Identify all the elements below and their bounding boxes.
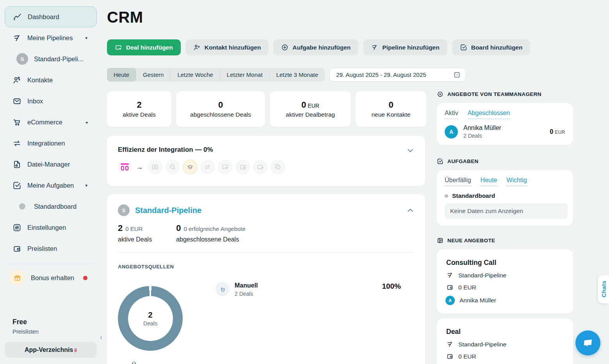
sidebar-item-datei-manager[interactable]: Datei-Manager	[5, 154, 97, 175]
date-preset-tabs: Heute Gestern Letzte Woche Letzter Monat…	[107, 68, 325, 82]
sidebar-divider	[6, 264, 95, 264]
offer-owner-row: A Annika Müller	[446, 296, 564, 305]
tab-aktiv[interactable]: Aktiv	[445, 110, 458, 119]
tab-ueberfaellig[interactable]: Überfällig	[445, 177, 471, 186]
chevron-up-icon[interactable]	[406, 206, 414, 214]
pipeline-closed-stat: 00 erfolgreiche Angebote abgeschlossene …	[176, 223, 246, 243]
plan-link[interactable]: Preislisten	[5, 328, 97, 335]
deal-card-icon[interactable]	[148, 160, 162, 174]
sidebar-item-bonus[interactable]: Bonus erhalten	[5, 267, 97, 288]
tasks-card: Überfällig Heute Wichtig Standardboard K…	[437, 170, 573, 226]
add-pipeline-button[interactable]: Pipeline hinzufügen	[363, 39, 447, 55]
header-actions: Deal hinzufügen Kontakt hinzufügen Aufga…	[107, 39, 530, 55]
sidebar-item-label: Integrationen	[27, 140, 65, 147]
sidebar-item-kontakte[interactable]: Kontakte	[5, 69, 97, 91]
sidebar-item-einstellungen[interactable]: Einstellungen	[5, 217, 97, 238]
offer-pipeline-row: Standard-Pipeline	[446, 341, 564, 348]
integration-efficiency-card: Effizienz der Integration — 0% →	[107, 136, 425, 186]
sidebar-item-label: eCommerce	[27, 119, 62, 126]
pipeline-icon	[371, 44, 378, 51]
add-board-button[interactable]: Board hinzufügen	[452, 39, 531, 55]
stat-label: aktive Deals	[123, 111, 155, 118]
button-label: Board hinzufügen	[471, 44, 523, 51]
cart-icon	[12, 118, 21, 127]
sidebar-item-label: Datei-Manager	[27, 161, 70, 168]
integration-title: Effizienz der Integration — 0%	[118, 146, 414, 154]
manager-info: Annika Müller 2 Deals	[463, 124, 501, 139]
tab-heute[interactable]: Heute	[107, 68, 136, 82]
sidebar-item-dashboard[interactable]: Dashboard	[5, 6, 97, 27]
pipeline-name-link[interactable]: Standard-Pipeline	[135, 206, 201, 215]
manager-row[interactable]: A Annika Müller 2 Deals 0EUR	[445, 124, 565, 139]
sidebar-item-standard-pipeline[interactable]: S Standard-Pipeli...	[5, 48, 97, 69]
offer-card-deal[interactable]: Deal Standard-Pipeline 0 EUR A Annika Mü…	[437, 318, 573, 364]
app-directory-button[interactable]: App-Verzeichnis β	[5, 342, 97, 358]
source-percent: 100%	[382, 282, 414, 291]
window-cursor-icon[interactable]	[218, 160, 233, 174]
chat-search-icon[interactable]	[165, 160, 180, 174]
plus-circle-icon	[281, 44, 288, 51]
donut-center: 2 Deals	[128, 296, 173, 341]
offer-card-consulting-call[interactable]: Consulting Call Standard-Pipeline 0 EUR …	[437, 249, 573, 314]
clipped-next-section-label: Ü	[132, 361, 136, 364]
deal-sources-chart: 2 Deals Manuell 2 Deals 100%	[118, 282, 414, 351]
tab-abgeschlossen[interactable]: Abgeschlossen	[468, 110, 510, 119]
swap-arrows-icon[interactable]	[200, 160, 215, 174]
offer-pipeline: Standard-Pipeline	[458, 272, 506, 279]
contacts-icon	[12, 76, 21, 85]
sidebar-item-label: Meine Pipelines	[27, 34, 73, 42]
sidebar-item-inbox[interactable]: Inbox	[5, 91, 97, 112]
new-offers-header: NEUE ANGEBOTE	[437, 237, 573, 244]
tab-letzte-woche[interactable]: Letzte Woche	[170, 68, 219, 82]
sidebar-collapse-icon[interactable]: ‹	[100, 333, 102, 341]
currency-unit: EUR	[555, 130, 565, 135]
copy-icon[interactable]	[271, 160, 285, 174]
sidebar-item-label: Standard-Pipeli...	[34, 55, 84, 63]
pipeline-card: S Standard-Pipeline 20 EUR aktive Deals …	[107, 194, 425, 364]
card-edit-icon[interactable]	[253, 160, 268, 174]
offer-title: Consulting Call	[446, 259, 564, 267]
file-manager-icon	[12, 160, 21, 169]
tab-heute[interactable]: Heute	[481, 177, 497, 186]
chevron-down-icon[interactable]	[406, 147, 414, 154]
tab-letzter-monat[interactable]: Letzter Monat	[220, 68, 269, 82]
add-deal-button[interactable]: Deal hinzufügen	[107, 39, 181, 55]
wallet-icon[interactable]	[235, 160, 250, 174]
team-offers-card: Aktiv Abgeschlossen A Annika Müller 2 De…	[437, 103, 573, 145]
tab-wichtig[interactable]: Wichtig	[506, 177, 527, 186]
offer-amount: 0 EUR	[458, 353, 476, 360]
sidebar-item-ecommerce[interactable]: eCommerce ◂	[5, 112, 97, 133]
sidebar-item-meine-aufgaben[interactable]: Meine Aufgaben ▾	[5, 175, 97, 196]
settings-sliders-icon	[12, 223, 21, 232]
deal-sources-title: ANGEBOTSQUELLEN	[118, 264, 414, 270]
sidebar-item-meine-pipelines[interactable]: Meine Pipelines ▾	[5, 27, 97, 48]
beta-badge: β	[74, 348, 77, 352]
sidebar-item-standardboard[interactable]: Standardboard	[5, 196, 97, 217]
gift-icon	[9, 270, 25, 286]
stats-row: 2 aktive Deals 0 abgeschlossene Deals 0E…	[107, 91, 426, 127]
notification-dot	[83, 276, 87, 280]
sidebar-item-label: Kontakte	[27, 76, 53, 84]
date-range-picker[interactable]: 29. August 2025 - 29. August 2025	[329, 68, 466, 82]
tab-gestern[interactable]: Gestern	[136, 68, 170, 82]
stat-value: 2	[118, 223, 123, 233]
target-icon	[437, 91, 443, 98]
chat-bubble-button[interactable]	[575, 330, 600, 355]
section-title: ANGEBOTE VON TEAMMANAGERN	[447, 91, 541, 97]
chats-side-tab[interactable]: Chats	[598, 275, 609, 303]
add-task-button[interactable]: Aufgabe hinzufügen	[273, 39, 358, 55]
sidebar-item-label: Meine Aufgaben	[27, 182, 74, 189]
education-cap-icon[interactable]	[183, 160, 198, 174]
stat-sub: 0 EUR	[125, 226, 142, 232]
sidebar-item-label: Preislisten	[27, 245, 57, 252]
section-title: AUFGABEN	[447, 158, 479, 164]
pipeline-stats: 20 EUR aktive Deals 00 erfolgreiche Ange…	[118, 223, 414, 243]
sidebar-item-preislisten[interactable]: Preislisten	[5, 238, 97, 259]
chevron-down-icon: ▾	[85, 36, 87, 41]
offer-pipeline-row: Standard-Pipeline	[446, 272, 564, 279]
tab-letzte-3-monate[interactable]: Letzte 3 Monate	[269, 68, 325, 82]
add-contact-button[interactable]: Kontakt hinzufügen	[185, 39, 269, 55]
manager-name: Annika Müller	[463, 124, 501, 131]
sidebar-item-integrationen[interactable]: Integrationen	[5, 133, 97, 154]
envelope-icon	[12, 97, 21, 106]
